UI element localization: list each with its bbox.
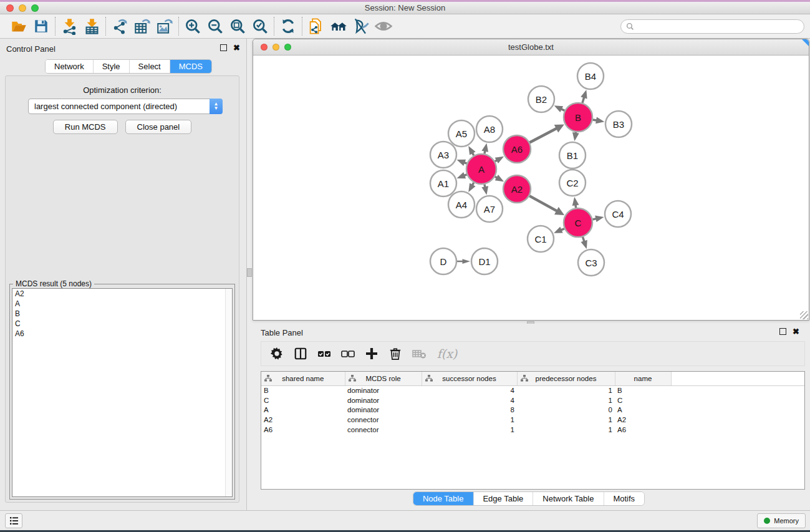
table-row[interactable]: Cdominator41C <box>261 395 804 405</box>
close-panel-button[interactable]: Close panel <box>125 120 192 134</box>
column-header-shared-name[interactable]: shared name <box>261 372 345 385</box>
birdseye-view-icon <box>374 17 393 36</box>
network-view-titlebar[interactable]: testGlobe.txt <box>253 39 809 56</box>
import-network-icon <box>61 18 78 35</box>
zoom-out-button[interactable] <box>204 16 226 37</box>
column-header-successor-nodes[interactable]: successor nodes <box>422 372 517 385</box>
zoom-fit-button[interactable] <box>226 16 249 37</box>
graph-edge-arrowhead <box>595 216 604 223</box>
graph-edge-arrowhead <box>581 240 587 249</box>
tab-select[interactable]: Select <box>130 60 170 73</box>
houses-button[interactable] <box>327 16 350 37</box>
gear-icon <box>270 347 284 360</box>
network-canvas[interactable]: B4B2BB3A8A5A6A3B1AA1C2A2A4A7C4CC1DD1C3 <box>254 56 808 320</box>
graph-node-label: A1 <box>438 178 449 189</box>
import-network-button[interactable] <box>58 16 80 37</box>
scrollbar[interactable] <box>225 289 232 496</box>
tab-node-table[interactable]: Node Table <box>413 492 474 505</box>
tab-edge-table[interactable]: Edge Table <box>473 492 533 505</box>
table-settings-button[interactable] <box>266 343 287 364</box>
maximize-view-corner-icon[interactable] <box>802 39 809 46</box>
close-panel-icon-button[interactable]: ✖ <box>233 44 240 51</box>
new-network-from-selection-button[interactable] <box>305 16 327 37</box>
close-window-button[interactable] <box>6 4 14 12</box>
panel-divider-handle[interactable] <box>247 268 252 277</box>
float-table-panel-button[interactable] <box>779 328 786 335</box>
save-session-icon <box>33 18 49 34</box>
save-session-button[interactable] <box>30 16 52 37</box>
export-network-button[interactable] <box>108 16 131 37</box>
table-row[interactable]: Adominator80A <box>261 405 804 415</box>
minimize-view-button[interactable] <box>272 44 279 51</box>
graph-edge-arrowhead <box>495 157 504 163</box>
minimize-window-button[interactable] <box>19 4 26 12</box>
run-mcds-button[interactable]: Run MCDS <box>53 120 118 134</box>
graph-edge-arrowhead <box>468 146 475 155</box>
graph-node-label: C2 <box>566 178 578 188</box>
list-item[interactable]: A <box>12 299 232 309</box>
tab-mcds[interactable]: MCDS <box>170 60 211 73</box>
close-view-button[interactable] <box>261 44 268 51</box>
add-column-button[interactable] <box>361 343 382 364</box>
close-table-panel-button[interactable]: ✖ <box>793 328 799 335</box>
tab-motifs[interactable]: Motifs <box>604 492 644 505</box>
graph-node-label: A7 <box>484 204 495 215</box>
zoom-view-button[interactable] <box>284 44 291 51</box>
float-panel-button[interactable] <box>220 44 227 51</box>
show-columns-button[interactable] <box>314 343 335 364</box>
table-row[interactable]: A2connector11A2 <box>261 415 804 425</box>
status-bar: Memory <box>0 510 810 530</box>
delete-column-button[interactable] <box>385 343 406 364</box>
function-builder-button[interactable]: f(x) <box>432 343 462 364</box>
list-item[interactable]: B <box>12 309 232 319</box>
export-table-button[interactable] <box>131 16 153 37</box>
optimization-criterion-value: largest connected component (directed) <box>29 102 210 111</box>
column-header-predecessor-nodes[interactable]: predecessor nodes <box>517 372 615 385</box>
tab-style[interactable]: Style <box>94 60 130 73</box>
graph-edge-arrowhead <box>554 105 564 112</box>
graph-edge-arrowhead <box>468 183 475 192</box>
column-header-name[interactable]: name <box>615 372 671 385</box>
resize-grip-icon[interactable] <box>800 311 808 319</box>
mcds-result-list[interactable]: A2 A B C A6 <box>12 288 233 497</box>
graph-node-label: C <box>575 218 582 228</box>
zoom-in-button[interactable] <box>181 16 204 37</box>
graph-node-label: A5 <box>456 128 467 139</box>
optimization-criterion-select[interactable]: largest connected component (directed) ▲… <box>28 99 223 114</box>
plus-icon <box>364 346 379 361</box>
tab-network[interactable]: Network <box>46 60 94 73</box>
list-item[interactable]: A6 <box>12 329 232 339</box>
graph-edge-arrowhead <box>554 227 563 233</box>
task-history-button[interactable] <box>5 513 22 528</box>
houses-icon <box>330 17 347 35</box>
hide-graphics-details-button[interactable] <box>350 16 372 37</box>
import-table-button[interactable] <box>80 16 103 37</box>
table-row[interactable]: Bdominator41B <box>261 385 804 395</box>
graph-edge-arrowhead <box>481 186 488 195</box>
open-file-button[interactable] <box>7 16 30 37</box>
zoom-window-button[interactable] <box>31 4 39 12</box>
memory-button[interactable]: Memory <box>757 513 806 528</box>
zoom-selected-button[interactable] <box>249 16 271 37</box>
column-header-mcds-role[interactable]: MCDS role <box>345 372 422 385</box>
split-columns-button[interactable] <box>290 343 311 364</box>
memory-label: Memory <box>774 517 799 525</box>
export-image-button[interactable] <box>153 16 176 37</box>
search-input[interactable] <box>634 20 804 33</box>
export-image-icon <box>157 18 173 35</box>
birdseye-view-button[interactable] <box>372 16 395 37</box>
control-panel: Control Panel ✖ Network Style Select MCD… <box>0 39 247 510</box>
tab-network-table[interactable]: Network Table <box>533 492 604 505</box>
toolbar-separator <box>274 17 274 36</box>
refresh-button[interactable] <box>277 16 299 37</box>
delete-table-button[interactable] <box>408 343 430 364</box>
graph-edge-A2-C[interactable] <box>529 196 557 211</box>
graph-edge-A6-B[interactable] <box>529 128 557 142</box>
hide-columns-button[interactable] <box>337 343 359 364</box>
table-row[interactable]: A6connector11A6 <box>261 425 804 435</box>
task-list-icon <box>9 516 19 525</box>
list-item[interactable]: A2 <box>12 289 232 299</box>
list-item[interactable]: C <box>12 319 232 329</box>
graph-edge-arrowhead <box>463 259 471 264</box>
table-toolbar: f(x) <box>261 341 805 366</box>
